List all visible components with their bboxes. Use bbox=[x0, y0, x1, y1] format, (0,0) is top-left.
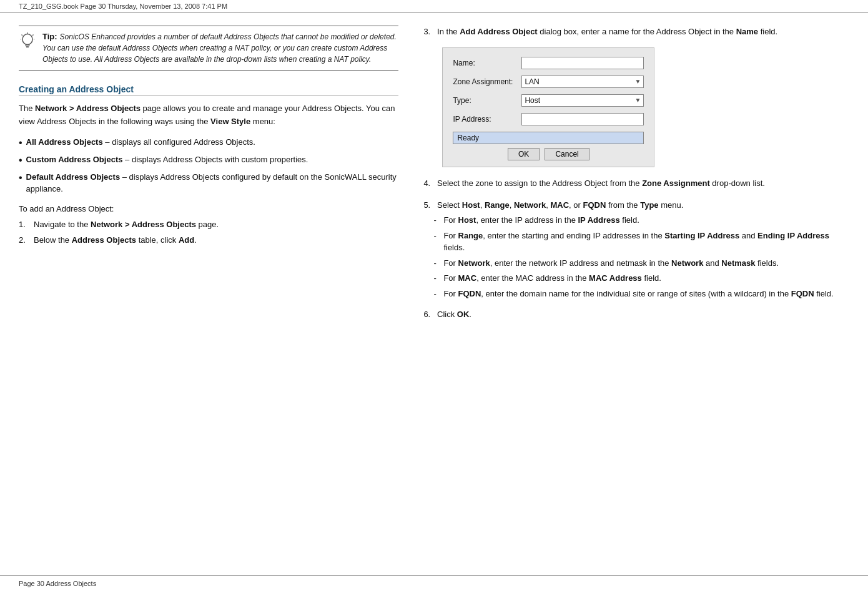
dialog-name-row: Name: bbox=[453, 57, 644, 69]
list-item: - For Network, enter the network IP addr… bbox=[433, 257, 849, 270]
bullet-dot: • bbox=[19, 154, 22, 166]
dialog-type-label: Type: bbox=[453, 96, 521, 105]
dialog-ip-label: IP Address: bbox=[453, 115, 521, 124]
sub-item-fqdn: For FQDN, enter the domain name for the … bbox=[443, 288, 833, 300]
list-item: • Default Address Objects – displays Add… bbox=[19, 171, 398, 195]
to-add-text: To add an Address Object: bbox=[19, 204, 398, 213]
bullet-dot: • bbox=[19, 172, 22, 183]
sub-dash: - bbox=[433, 257, 440, 270]
list-item: - For MAC, enter the MAC address in the … bbox=[433, 272, 849, 285]
tip-label: Tip: bbox=[42, 32, 57, 41]
dialog-type-select[interactable]: Host ▼ bbox=[521, 94, 644, 107]
dialog-status-bar: Ready bbox=[453, 132, 644, 144]
step-5-sublist: - For Host, enter the IP address in the … bbox=[433, 214, 849, 300]
section-intro: The Network > Address Objects page allow… bbox=[19, 102, 398, 129]
left-column: Tip:SonicOS Enhanced provides a number o… bbox=[19, 26, 417, 563]
main-content: Tip:SonicOS Enhanced provides a number o… bbox=[0, 13, 868, 575]
dialog-box: Name: Zone Assignment: LAN ▼ Type: Host bbox=[442, 47, 654, 167]
tip-text: SonicOS Enhanced provides a number of de… bbox=[42, 32, 397, 64]
footer-text: Page 30 Address Objects bbox=[19, 580, 96, 587]
dialog-zone-select[interactable]: LAN ▼ bbox=[521, 76, 644, 88]
list-item: - For FQDN, enter the domain name for th… bbox=[433, 288, 849, 300]
section-heading: Creating an Address Object bbox=[19, 84, 398, 96]
bullet-dot: • bbox=[19, 137, 22, 149]
dialog-status-text: Ready bbox=[457, 134, 479, 142]
bullet-text-1: All Address Objects – displays all confi… bbox=[26, 136, 255, 149]
sub-dash: - bbox=[433, 272, 440, 285]
list-item: - For Range, enter the starting and endi… bbox=[433, 230, 849, 254]
list-item: - For Host, enter the IP address in the … bbox=[433, 214, 849, 227]
step-number-4: 4. bbox=[423, 178, 430, 188]
step-4-item: 4. Select the zone to assign to the Addr… bbox=[423, 177, 849, 190]
list-item: 1. Navigate to the Network > Address Obj… bbox=[19, 218, 398, 231]
right-column: 3. In the Add Address Object dialog box,… bbox=[417, 26, 849, 563]
dialog-ip-row: IP Address: bbox=[453, 113, 644, 125]
sub-item-host: For Host, enter the IP address in the IP… bbox=[443, 214, 639, 227]
sub-item-range: For Range, enter the starting and ending… bbox=[443, 230, 849, 254]
dialog-type-row: Type: Host ▼ bbox=[453, 94, 644, 107]
step-6-item: 6. Click OK. bbox=[423, 308, 849, 321]
step-3-item: 3. In the Add Address Object dialog box,… bbox=[423, 26, 849, 39]
page-container: TZ_210_GSG.book Page 30 Thursday, Novemb… bbox=[0, 0, 868, 591]
step-text-1: Navigate to the Network > Address Object… bbox=[34, 218, 219, 231]
step-number-3: 3. bbox=[423, 27, 430, 36]
tip-icon-area bbox=[19, 31, 36, 52]
bullet-text-3: Default Address Objects – displays Addre… bbox=[26, 171, 399, 195]
sub-dash: - bbox=[433, 214, 440, 227]
header-bar: TZ_210_GSG.book Page 30 Thursday, Novemb… bbox=[0, 0, 868, 13]
bullet-list: • All Address Objects – displays all con… bbox=[19, 136, 398, 195]
page-footer: Page 30 Address Objects bbox=[0, 575, 868, 591]
svg-line-5 bbox=[32, 35, 34, 36]
bulb-icon bbox=[21, 32, 34, 52]
dialog-name-input[interactable] bbox=[521, 57, 644, 69]
svg-line-4 bbox=[22, 35, 23, 36]
dialog-cancel-button[interactable]: Cancel bbox=[545, 148, 589, 160]
dialog-buttons: OK Cancel bbox=[453, 148, 644, 160]
sub-dash: - bbox=[433, 288, 440, 300]
step-number-2: 2. bbox=[19, 234, 29, 247]
numbered-list-left: 1. Navigate to the Network > Address Obj… bbox=[19, 218, 398, 247]
list-item: • All Address Objects – displays all con… bbox=[19, 136, 398, 149]
dialog-zone-label: Zone Assignment: bbox=[453, 77, 521, 86]
step-number-5: 5. bbox=[423, 200, 430, 210]
dialog-ip-input[interactable] bbox=[521, 113, 644, 125]
header-text: TZ_210_GSG.book Page 30 Thursday, Novemb… bbox=[19, 2, 227, 10]
bullet-text-2: Custom Address Objects – displays Addres… bbox=[26, 154, 308, 166]
dialog-ok-button[interactable]: OK bbox=[508, 148, 540, 160]
tip-content: Tip:SonicOS Enhanced provides a number o… bbox=[42, 31, 398, 65]
list-item: 2. Below the Address Objects table, clic… bbox=[19, 234, 398, 247]
sub-dash: - bbox=[433, 230, 440, 242]
step-number-1: 1. bbox=[19, 218, 29, 231]
dialog-name-label: Name: bbox=[453, 59, 521, 67]
step-5-item: 5. Select Host, Range, Network, MAC, or … bbox=[423, 199, 849, 300]
dialog-zone-value: LAN bbox=[525, 77, 539, 86]
step-number-6: 6. bbox=[423, 310, 430, 319]
tip-box: Tip:SonicOS Enhanced provides a number o… bbox=[19, 26, 398, 71]
dropdown-arrow-icon: ▼ bbox=[634, 78, 641, 85]
dialog-zone-row: Zone Assignment: LAN ▼ bbox=[453, 76, 644, 88]
sub-item-mac: For MAC, enter the MAC address in the MA… bbox=[443, 272, 661, 285]
svg-point-0 bbox=[22, 34, 32, 45]
sub-item-network: For Network, enter the network IP addres… bbox=[443, 257, 779, 270]
dialog-type-value: Host bbox=[525, 96, 540, 105]
list-item: • Custom Address Objects – displays Addr… bbox=[19, 154, 398, 166]
step-text-2: Below the Address Objects table, click A… bbox=[34, 234, 197, 247]
dropdown-arrow-icon: ▼ bbox=[634, 97, 641, 104]
